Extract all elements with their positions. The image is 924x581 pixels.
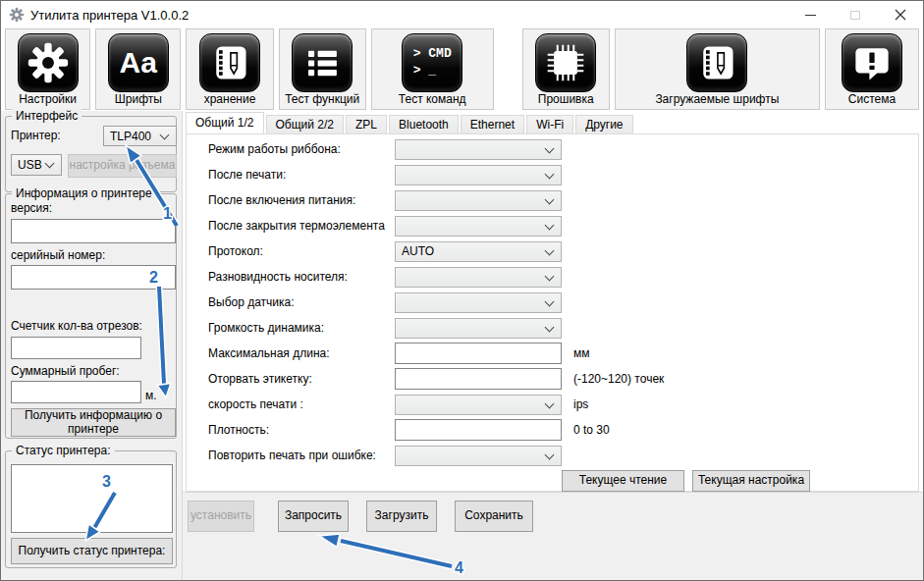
after-power-on-select[interactable] (395, 190, 562, 211)
port-select[interactable]: USB (11, 154, 62, 176)
after-head-close-select[interactable] (395, 216, 562, 237)
alert-bubble-icon (842, 33, 902, 92)
load-button[interactable]: Загрузить (366, 501, 437, 532)
form-row-sensor-select: Выбор датчика: (187, 290, 918, 315)
tab-label: ZPL (355, 118, 377, 132)
version-label: версия: (11, 201, 52, 215)
get-printer-status-label: Получить статус принтера: (19, 545, 166, 558)
form-row-speaker-volume: Громкость динамика: (187, 315, 918, 341)
toolbar-item-downloadable-fonts[interactable]: Загружаемые шрифты (615, 28, 820, 110)
mileage-field[interactable] (11, 381, 141, 403)
field-label: После печати: (208, 168, 395, 182)
install-button[interactable]: установить (188, 501, 254, 532)
current-read-label: Текущее чтение (579, 474, 667, 488)
speaker-volume-select[interactable] (395, 318, 562, 339)
max-length-field[interactable] (395, 343, 562, 364)
toolbar-item-firmware[interactable]: Прошивка (522, 28, 610, 110)
tab-bluetooth[interactable]: Bluetooth (389, 115, 459, 133)
chevron-down-icon (545, 143, 555, 153)
field-label: После закрытия термоэлемента (208, 219, 395, 233)
printer-select[interactable]: TLP400 (103, 126, 177, 146)
protocol-select[interactable]: AUTO (395, 241, 562, 262)
get-printer-info-button[interactable]: Получить информацию о принтере (11, 408, 176, 437)
form-row-protocol: Протокол: AUTO (187, 238, 918, 264)
ribbon-mode-select[interactable] (395, 139, 562, 160)
toolbar-item-command-test[interactable]: > CMD > _ Тест команд (371, 28, 494, 110)
toolbar-label: Настройки (19, 92, 77, 109)
form-row-after-print: После печати: (187, 162, 918, 187)
toolbar: Настройки Aa Шрифты хранение (1, 28, 923, 111)
chip-icon (535, 33, 596, 92)
port-select-value: USB (18, 158, 42, 172)
tab-label: Wi-Fi (536, 118, 564, 132)
connector-settings-button[interactable]: настройка разъема (68, 154, 177, 178)
tab-other[interactable]: Другие (575, 115, 632, 133)
maximize-icon (850, 11, 860, 20)
toolbar-item-function-test[interactable]: Тест функций (279, 28, 366, 110)
minimize-icon (805, 15, 816, 16)
sensor-select[interactable] (395, 292, 562, 313)
chevron-down-icon (545, 220, 555, 230)
toolbar-label: хранение (204, 92, 256, 109)
print-speed-select[interactable] (395, 395, 562, 415)
tab-ethernet[interactable]: Ethernet (461, 115, 524, 133)
field-label: После включения питания: (208, 193, 395, 207)
field-label: Плотность: (208, 423, 395, 437)
tab-zpl[interactable]: ZPL (346, 115, 387, 133)
field-suffix: мм (573, 346, 590, 360)
minimize-button[interactable] (788, 1, 833, 28)
connector-settings-label: настройка разъема (70, 159, 176, 173)
load-label: Загрузить (375, 509, 429, 523)
field-label: Разновидность носителя: (208, 270, 395, 284)
printer-label: Принтер: (11, 129, 61, 142)
printer-select-value: TLP400 (110, 130, 151, 143)
cut-counter-field[interactable] (11, 337, 141, 359)
save-label: Сохранить (464, 509, 523, 523)
mileage-unit: м. (145, 389, 157, 402)
current-setting-button[interactable]: Текущая настройка (692, 470, 810, 492)
form-row-max-length: Максимальная длина: мм (187, 341, 918, 366)
field-label: Громкость динамика: (208, 321, 395, 335)
maximize-button[interactable] (833, 1, 878, 28)
version-field[interactable] (11, 219, 176, 243)
toolbar-item-system[interactable]: Система (825, 28, 919, 110)
toolbar-label: Система (848, 92, 896, 109)
after-print-select[interactable] (395, 165, 562, 185)
field-label: Максимальная длина: (208, 346, 395, 360)
field-suffix: 0 to 30 (573, 423, 610, 437)
chevron-down-icon (545, 398, 555, 408)
save-button[interactable]: Сохранить (455, 501, 533, 532)
notebook-pencil-icon (686, 33, 747, 92)
toolbar-label: Прошивка (538, 92, 594, 109)
cmd-icon: > CMD > _ (402, 33, 462, 92)
tab-wifi[interactable]: Wi-Fi (526, 115, 573, 133)
chevron-down-icon (160, 131, 170, 140)
chevron-down-icon (545, 169, 555, 179)
tab-label: Ethernet (470, 118, 515, 132)
query-button[interactable]: Запросить (278, 501, 349, 532)
list-icon (292, 33, 353, 92)
form-row-after-power-on: После включения питания: (187, 187, 918, 213)
tab-strip: Общий 1/2 Общий 2/2 ZPL Bluetooth Ethern… (186, 113, 635, 133)
tab-label: Общий 1/2 (195, 116, 254, 130)
tab-general-1[interactable]: Общий 1/2 (186, 112, 264, 133)
density-field[interactable] (395, 419, 562, 441)
install-label: установить (190, 509, 251, 523)
form-row-after-head-close: После закрытия термоэлемента (187, 213, 918, 238)
close-button[interactable] (878, 1, 923, 28)
reprint-on-error-select[interactable] (395, 446, 562, 466)
form-row-reprint-on-error: Повторить печать при ошибке: (187, 443, 918, 468)
serial-field[interactable] (11, 265, 176, 290)
toolbar-item-storage[interactable]: хранение (186, 28, 273, 110)
tear-off-field[interactable] (395, 368, 562, 390)
field-label: Выбор датчика: (208, 295, 395, 309)
tab-general-2[interactable]: Общий 2/2 (266, 115, 345, 133)
field-label: Оторвать этикетку: (208, 372, 395, 386)
app-gear-icon (9, 7, 25, 23)
tab-label: Общий 2/2 (276, 118, 335, 132)
get-printer-status-button[interactable]: Получить статус принтера: (11, 538, 173, 564)
media-type-select[interactable] (395, 267, 562, 288)
current-read-button[interactable]: Текущее чтение (562, 470, 684, 492)
toolbar-item-fonts[interactable]: Aa Шрифты (95, 28, 181, 110)
toolbar-item-settings[interactable]: Настройки (5, 28, 90, 110)
